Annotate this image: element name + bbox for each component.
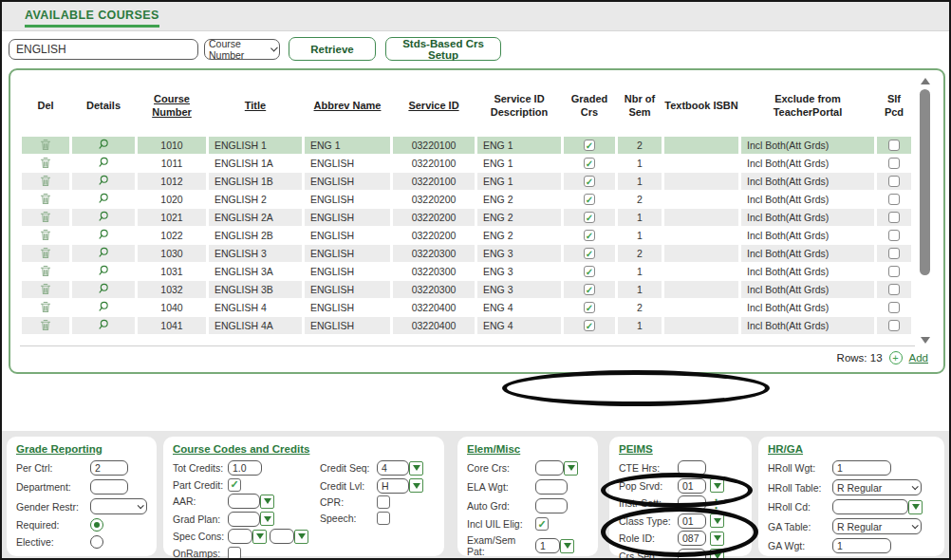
add-link[interactable]: Add [909,352,928,364]
table-row[interactable]: 1012ENGLISH 1BENGLISH03220100ENG 1✓1Incl… [22,173,914,190]
spec-cons-field-2[interactable] [270,529,294,544]
exam-sem-field[interactable] [535,538,560,553]
delete-row-button[interactable] [22,245,69,262]
vertical-scrollbar[interactable] [919,76,932,345]
class-type-dropdown-icon[interactable] [710,513,724,528]
details-row-button[interactable] [72,137,135,154]
department-field[interactable] [90,479,128,495]
slf-pcd-row-checkbox[interactable] [888,212,900,223]
auto-grd-field[interactable] [535,498,568,513]
trash-icon[interactable] [40,175,51,189]
table-row[interactable]: 1021ENGLISH 2AENGLISH03220200ENG 2✓1Incl… [22,209,914,226]
details-row-button[interactable] [72,155,135,172]
hroll-cd-field[interactable] [832,499,908,514]
details-row-button[interactable] [72,173,135,190]
slf-pcd-row-checkbox[interactable] [888,284,900,295]
graded-crs-row-checkbox[interactable]: ✓ [584,284,595,295]
magnifier-icon[interactable] [98,229,109,242]
table-row[interactable]: 1010ENGLISH 1ENG 103220100ENG 1✓2Incl Bo… [22,137,914,154]
details-row-button[interactable] [72,209,135,226]
trash-icon[interactable] [40,247,51,261]
column-header-title[interactable]: Title [209,99,302,112]
graded-crs-row-checkbox[interactable]: ✓ [584,266,595,277]
cte-hrs-field[interactable] [678,460,706,476]
trash-icon[interactable] [40,319,51,333]
add-plus-icon[interactable]: + [889,351,903,364]
search-input[interactable] [9,39,198,60]
pop-srvd-field[interactable] [678,478,706,494]
magnifier-icon[interactable] [98,211,109,224]
spec-cons-dropdown-icon-2[interactable] [294,530,308,544]
crs-seq-field[interactable] [678,549,706,560]
delete-row-button[interactable] [22,317,69,334]
ela-wgt-field[interactable] [535,479,568,495]
instr-sett-field[interactable] [678,495,706,511]
magnifier-icon[interactable] [98,175,109,188]
trash-icon[interactable] [40,157,51,171]
tot-credits-field[interactable] [228,460,262,476]
trash-icon[interactable] [40,283,51,297]
slf-pcd-row-checkbox[interactable] [888,194,900,205]
column-header-abbrev[interactable]: Abbrev Name [305,99,390,112]
cpr-checkbox[interactable] [377,495,390,509]
hroll-table-select[interactable]: R Regular [832,479,922,495]
column-header-sid[interactable]: Service ID [393,99,475,112]
graded-crs-row-checkbox[interactable]: ✓ [584,176,595,187]
trash-icon[interactable] [40,139,51,153]
details-row-button[interactable] [72,263,135,280]
table-row[interactable]: 1022ENGLISH 2BENGLISH03220200ENG 2✓1Incl… [22,227,914,244]
details-row-button[interactable] [72,281,135,298]
delete-row-button[interactable] [22,191,69,208]
delete-row-button[interactable] [22,281,69,298]
graded-crs-row-checkbox[interactable]: ✓ [584,212,595,223]
slf-pcd-row-checkbox[interactable] [888,230,900,241]
role-id-dropdown-icon[interactable] [710,532,724,546]
graded-crs-row-checkbox[interactable]: ✓ [584,302,595,313]
pop-srvd-dropdown-icon[interactable] [710,478,724,493]
slf-pcd-row-checkbox[interactable] [888,302,900,313]
crs-seq-dropdown-icon[interactable] [710,549,724,560]
exam-sem-dropdown-icon[interactable] [560,539,574,553]
delete-row-button[interactable] [22,155,69,172]
onramps-checkbox[interactable] [228,547,241,560]
table-row[interactable]: 1040ENGLISH 4ENGLISH03220400ENG 4✓2Incl … [22,299,914,316]
table-row[interactable]: 1030ENGLISH 3ENGLISH03220300ENG 3✓2Incl … [22,245,914,262]
graded-crs-row-checkbox[interactable]: ✓ [584,158,595,169]
elective-radio[interactable] [90,535,103,549]
incl-uil-checkbox[interactable]: ✓ [535,517,549,531]
delete-row-button[interactable] [22,263,69,280]
core-crs-field[interactable] [535,460,564,476]
grad-plan-field[interactable] [228,512,260,527]
table-row[interactable]: 1031ENGLISH 3AENGLISH03220300ENG 3✓1Incl… [22,263,914,280]
trash-icon[interactable] [40,229,51,243]
delete-row-button[interactable] [22,137,69,154]
table-row[interactable]: 1032ENGLISH 3BENGLISH03220300ENG 3✓1Incl… [22,281,914,298]
scrollbar-thumb[interactable] [920,89,930,275]
table-row[interactable]: 1011ENGLISH 1AENGLISH03220100ENG 1✓1Incl… [22,155,914,172]
retrieve-button[interactable]: Retrieve [289,37,376,61]
delete-row-button[interactable] [22,173,69,190]
aar-field[interactable] [228,494,260,509]
graded-crs-row-checkbox[interactable]: ✓ [584,248,595,259]
hroll-wgt-field[interactable] [832,460,891,476]
role-id-field[interactable] [678,531,706,546]
ga-table-select[interactable]: R Regular [832,518,922,534]
slf-pcd-row-checkbox[interactable] [888,140,900,151]
hroll-cd-dropdown-icon[interactable] [908,500,923,514]
delete-row-button[interactable] [22,227,69,244]
graded-crs-row-checkbox[interactable]: ✓ [584,320,595,331]
magnifier-icon[interactable] [98,319,109,332]
gender-restr-select[interactable] [90,498,147,514]
scroll-up-icon[interactable] [921,78,930,84]
spec-cons-dropdown-icon-1[interactable] [252,530,267,544]
trash-icon[interactable] [40,211,51,225]
magnifier-icon[interactable] [98,139,109,152]
class-type-field[interactable] [678,513,706,529]
scroll-down-icon[interactable] [921,337,930,344]
stds-based-crs-setup-button[interactable]: Stds-Based Crs Setup [385,37,501,61]
magnifier-icon[interactable] [98,247,109,260]
search-filter-select[interactable]: Course Number [204,39,280,60]
graded-crs-row-checkbox[interactable]: ✓ [584,230,595,241]
column-header-number[interactable]: Course Number [138,92,206,120]
trash-icon[interactable] [40,301,51,315]
